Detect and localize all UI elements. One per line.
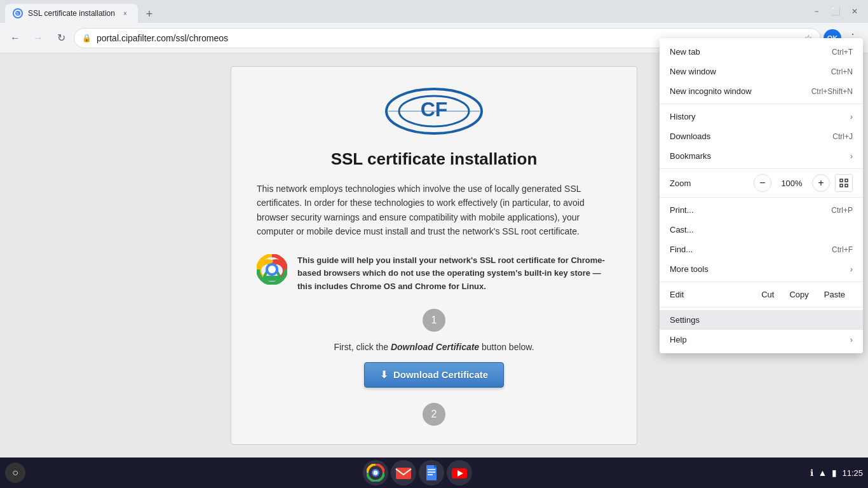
step-1-description: First, click the Download Certificate bu…: [257, 342, 611, 352]
menu-new-window-shortcut: Ctrl+N: [831, 67, 853, 76]
lock-icon: 🔒: [82, 34, 92, 43]
menu-history[interactable]: History ›: [660, 107, 863, 126]
step-1-number: 1: [423, 309, 445, 332]
logo-container: CF: [257, 86, 611, 137]
close-window-button[interactable]: ✕: [846, 3, 863, 20]
zoom-value-display: 100%: [776, 179, 807, 188]
taskbar-youtube-app[interactable]: [447, 460, 472, 485]
reload-button[interactable]: ↻: [51, 28, 71, 48]
svg-rect-26: [840, 184, 843, 187]
menu-help[interactable]: Help ›: [660, 330, 863, 349]
zoom-row: Zoom − 100% +: [660, 172, 863, 194]
cut-button[interactable]: Cut: [754, 287, 782, 302]
menu-print-shortcut: Ctrl+P: [831, 206, 853, 215]
taskbar-right: ℹ ▲ ▮ 11:25: [810, 468, 863, 478]
guide-text: This guide will help you install your ne…: [297, 254, 611, 294]
clock-display: 11:25: [842, 468, 863, 478]
page-description: This network employs technologies which …: [257, 182, 611, 239]
menu-incognito[interactable]: New incognito window Ctrl+Shift+N: [660, 81, 863, 101]
download-icon: ⬇: [380, 369, 388, 381]
forward-button[interactable]: →: [28, 28, 48, 48]
edit-actions: Cut Copy Paste: [754, 287, 853, 302]
menu-downloads-shortcut: Ctrl+J: [832, 132, 853, 141]
menu-separator-2: [660, 168, 863, 169]
menu-downloads-label: Downloads: [670, 132, 827, 141]
new-tab-button[interactable]: +: [140, 5, 158, 23]
menu-incognito-shortcut: Ctrl+Shift+N: [811, 87, 853, 96]
menu-cast[interactable]: Cast...: [660, 220, 863, 240]
active-tab[interactable]: S SSL certificate installation ×: [5, 4, 138, 23]
menu-settings[interactable]: Settings: [660, 310, 863, 330]
cert-card: CF SSL certificate installation This net…: [231, 66, 637, 445]
context-menu: New tab Ctrl+T New window Ctrl+N New inc…: [660, 38, 863, 353]
title-bar: S SSL certificate installation × + − ⬜ ✕: [0, 0, 868, 23]
svg-rect-17: [428, 469, 435, 470]
docs-taskbar-icon: [423, 464, 440, 482]
menu-downloads[interactable]: Downloads Ctrl+J: [660, 126, 863, 146]
menu-new-tab-label: New tab: [670, 47, 827, 57]
svg-rect-15: [396, 468, 411, 479]
menu-separator-5: [660, 307, 863, 308]
menu-bookmarks-arrow: ›: [850, 152, 853, 161]
svg-text:S: S: [16, 11, 19, 16]
svg-rect-18: [428, 471, 435, 473]
tab-title: SSL certificate installation: [28, 9, 115, 18]
menu-separator-4: [660, 281, 863, 282]
chrome-taskbar-icon: [367, 464, 384, 482]
info-status-icon: ℹ: [810, 468, 813, 478]
tab-favicon: S: [13, 8, 23, 18]
edit-label: Edit: [670, 290, 754, 299]
page-title: SSL certificate installation: [257, 149, 611, 169]
menu-separator-3: [660, 197, 863, 198]
back-button[interactable]: ←: [5, 28, 25, 48]
taskbar: ○: [0, 458, 868, 488]
menu-help-label: Help: [670, 335, 845, 344]
zoom-out-button[interactable]: −: [754, 174, 771, 192]
menu-help-arrow: ›: [850, 336, 853, 344]
menu-history-label: History: [670, 112, 845, 121]
svg-rect-24: [840, 179, 843, 182]
paste-button[interactable]: Paste: [817, 287, 853, 302]
menu-more-tools-arrow: ›: [850, 265, 853, 274]
menu-more-tools-label: More tools: [670, 264, 845, 274]
menu-new-tab-shortcut: Ctrl+T: [832, 48, 853, 57]
svg-point-14: [374, 471, 378, 475]
menu-cast-label: Cast...: [670, 225, 853, 234]
menu-print-label: Print...: [670, 205, 826, 215]
menu-incognito-label: New incognito window: [670, 86, 806, 96]
step-1-link: Download Certificate: [391, 342, 479, 352]
cipafilter-logo: CF: [383, 86, 485, 137]
step-2-number: 2: [423, 403, 445, 426]
guide-box: This guide will help you install your ne…: [257, 254, 611, 294]
zoom-in-button[interactable]: +: [812, 174, 830, 192]
edit-row: Edit Cut Copy Paste: [660, 285, 863, 304]
taskbar-gmail-app[interactable]: [391, 460, 416, 485]
minimize-button[interactable]: −: [808, 3, 825, 20]
window-controls: − ⬜ ✕: [808, 3, 863, 20]
wifi-status-icon: ▲: [818, 468, 827, 478]
zoom-label: Zoom: [670, 179, 749, 188]
menu-new-tab[interactable]: New tab Ctrl+T: [660, 42, 863, 62]
menu-find[interactable]: Find... Ctrl+F: [660, 240, 863, 259]
step-1-before: First, click the: [334, 342, 390, 352]
copy-button[interactable]: Copy: [782, 287, 816, 302]
svg-rect-19: [428, 474, 433, 475]
menu-find-shortcut: Ctrl+F: [832, 245, 853, 254]
menu-new-window[interactable]: New window Ctrl+N: [660, 62, 863, 81]
chrome-logo-icon: [257, 254, 287, 285]
fullscreen-button[interactable]: [835, 174, 853, 192]
tab-strip: S SSL certificate installation × +: [5, 0, 806, 23]
launcher-button[interactable]: ○: [5, 463, 25, 483]
menu-find-label: Find...: [670, 245, 827, 254]
download-certificate-button[interactable]: ⬇ Download Certificate: [364, 362, 504, 388]
menu-bookmarks[interactable]: Bookmarks ›: [660, 146, 863, 166]
menu-print[interactable]: Print... Ctrl+P: [660, 200, 863, 220]
menu-more-tools[interactable]: More tools ›: [660, 259, 863, 279]
menu-settings-label: Settings: [670, 315, 853, 325]
taskbar-chrome-app[interactable]: [363, 460, 388, 485]
taskbar-docs-app[interactable]: [419, 460, 444, 485]
download-btn-label: Download Certificate: [393, 369, 488, 380]
tab-close-button[interactable]: ×: [120, 8, 130, 18]
youtube-taskbar-icon: [451, 464, 468, 482]
maximize-button[interactable]: ⬜: [827, 3, 844, 20]
